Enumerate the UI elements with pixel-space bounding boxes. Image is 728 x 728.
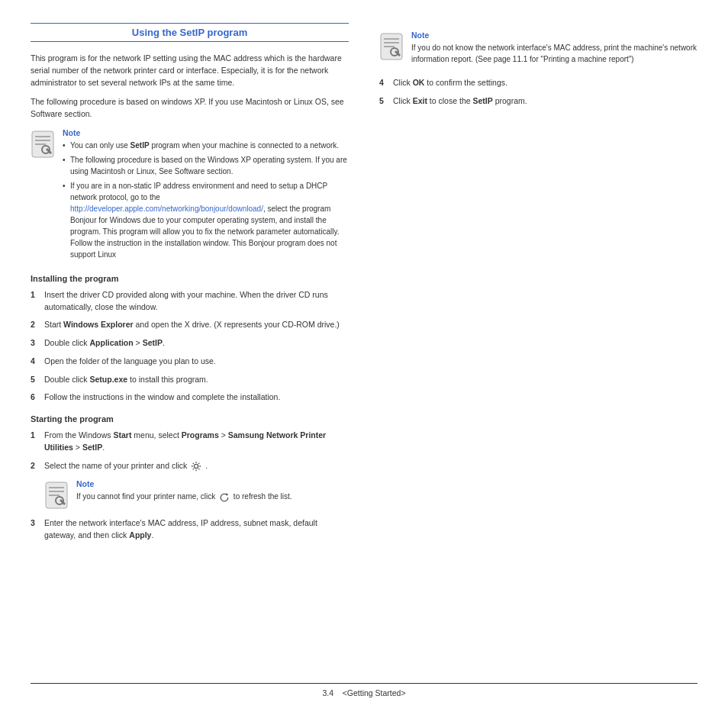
right-step-4: 4 Click OK to confirm the settings. — [379, 77, 697, 89]
note-content-main: Note You can only use SetIP program when… — [63, 128, 349, 263]
note-label-main: Note — [63, 128, 349, 137]
start-step-1: 1 From the Windows Start menu, select Pr… — [31, 430, 349, 454]
intro-para-1: This program is for the network IP setti… — [31, 53, 349, 89]
right-step-5: 5 Click Exit to close the SetIP program. — [379, 95, 697, 108]
svg-rect-1 — [35, 136, 50, 137]
starting-steps: 1 From the Windows Start menu, select Pr… — [31, 430, 349, 472]
note-text-main: You can only use SetIP program when your… — [63, 140, 349, 260]
svg-rect-8 — [49, 491, 64, 492]
page-number: 3.4 — [322, 688, 333, 697]
right-steps: 4 Click OK to confirm the settings. 5 Cl… — [379, 77, 697, 108]
svg-rect-9 — [49, 494, 60, 496]
note-label-right: Note — [411, 31, 697, 40]
note-icon-right — [379, 32, 404, 61]
left-column: Using the SetIP program This program is … — [31, 23, 349, 683]
note-content-right: Note If you do not know the network inte… — [411, 31, 697, 65]
starting-steps-continued: 3 Enter the network interface's MAC addr… — [31, 517, 349, 542]
right-column: Note If you do not know the network inte… — [364, 23, 697, 683]
intro-para-2: The following procedure is based on wind… — [31, 96, 349, 121]
page: Using the SetIP program This program is … — [0, 0, 728, 728]
note-box-step2: Note If you cannot find your printer nam… — [44, 479, 349, 510]
svg-rect-3 — [35, 143, 46, 145]
note-icon-step2 — [44, 481, 69, 510]
installing-title: Installing the program — [31, 274, 349, 283]
note-text-step2: If you cannot find your printer name, cl… — [76, 491, 349, 502]
note-label-step2: Note — [76, 479, 349, 488]
install-step-6: 6 Follow the instructions in the window … — [31, 391, 349, 404]
start-step-2: 2 Select the name of your printer and cl… — [31, 460, 349, 472]
svg-rect-12 — [384, 38, 399, 40]
section-title: Using the SetIP program — [31, 23, 349, 42]
install-step-2: 2 Start Windows Explorer and open the X … — [31, 319, 349, 331]
install-step-1: 1 Insert the driver CD provided along wi… — [31, 289, 349, 314]
note-bullet-1: You can only use SetIP program when your… — [63, 140, 349, 151]
svg-rect-14 — [384, 46, 395, 47]
start-step-3: 3 Enter the network interface's MAC addr… — [31, 517, 349, 542]
bonjour-link[interactable]: http://developer.apple.com/networking/bo… — [70, 205, 263, 213]
installing-steps: 1 Insert the driver CD provided along wi… — [31, 289, 349, 404]
note-bullet-2: The following procedure is based on the … — [63, 154, 349, 177]
install-step-3: 3 Double click Application > SetIP. — [31, 337, 349, 350]
section-label: <Getting Started> — [343, 688, 406, 697]
note-text-right: If you do not know the network interface… — [411, 42, 697, 65]
note-bullet-3: If you are in a non-static IP address en… — [63, 180, 349, 260]
svg-rect-13 — [384, 42, 399, 43]
svg-point-5 — [195, 464, 198, 468]
page-footer: 3.4 <Getting Started> — [31, 683, 697, 697]
note-box-main: Note You can only use SetIP program when… — [31, 128, 349, 263]
refresh-icon — [219, 492, 230, 503]
note-content-step2: Note If you cannot find your printer nam… — [76, 479, 349, 502]
install-step-5: 5 Double click Setup.exe to install this… — [31, 374, 349, 386]
starting-title: Starting the program — [31, 414, 349, 424]
svg-rect-7 — [49, 487, 64, 488]
svg-rect-2 — [35, 140, 50, 141]
gear-icon — [191, 461, 201, 472]
note-box-right: Note If you do not know the network inte… — [379, 31, 697, 65]
content-area: Using the SetIP program This program is … — [31, 23, 697, 683]
install-step-4: 4 Open the folder of the language you pl… — [31, 356, 349, 368]
note-icon — [31, 130, 55, 159]
